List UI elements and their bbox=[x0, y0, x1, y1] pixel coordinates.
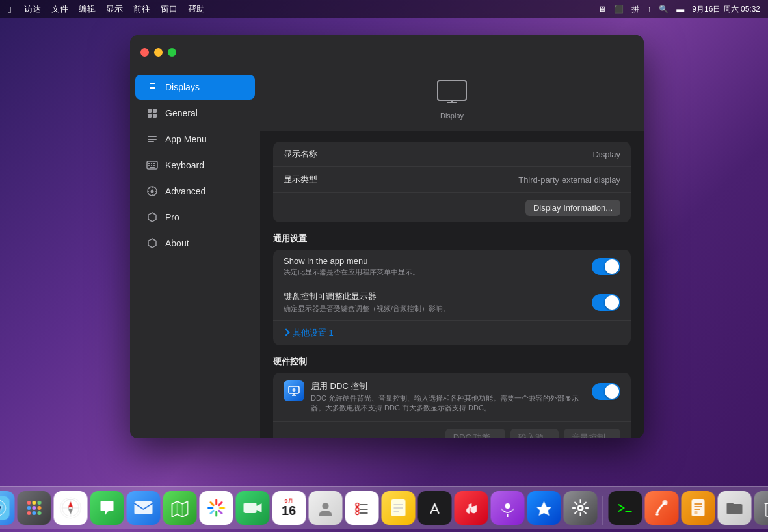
dock-reminders[interactable] bbox=[345, 491, 378, 525]
sidebar-item-keyboard[interactable]: Keyboard bbox=[135, 153, 255, 178]
sidebar-item-general[interactable]: General bbox=[135, 101, 255, 126]
dock-messages[interactable] bbox=[90, 491, 124, 525]
svg-rect-2 bbox=[148, 114, 152, 118]
minimize-button[interactable] bbox=[154, 48, 163, 57]
calendar-date-label: 16 bbox=[282, 503, 296, 518]
svg-point-16 bbox=[151, 190, 154, 193]
dock-calendar[interactable]: 9月 16 bbox=[272, 491, 306, 525]
svg-point-40 bbox=[37, 511, 41, 515]
dock-photos[interactable] bbox=[199, 491, 233, 525]
apple-menu[interactable]:  bbox=[8, 4, 11, 15]
sidebar-label-advanced: Advanced bbox=[165, 186, 205, 196]
displays-icon: 🖥 bbox=[146, 81, 159, 94]
dock-pages[interactable] bbox=[681, 491, 715, 525]
svg-rect-47 bbox=[134, 501, 152, 514]
display-header-label: Display bbox=[440, 112, 464, 120]
more-settings-label: 其他设置 1 bbox=[293, 327, 334, 339]
sidebar: 🖥 Displays General bbox=[130, 69, 260, 438]
svg-point-35 bbox=[27, 506, 31, 510]
menu-bar-grid-icon: 拼 bbox=[631, 4, 639, 15]
dock-facetime[interactable] bbox=[235, 491, 269, 525]
svg-point-39 bbox=[32, 511, 36, 515]
menu-help[interactable]: 帮助 bbox=[188, 3, 205, 15]
close-button[interactable] bbox=[140, 48, 149, 57]
dock-appletv[interactable] bbox=[417, 491, 451, 525]
traffic-lights bbox=[140, 48, 176, 57]
info-row-name: 显示名称 Display bbox=[273, 142, 631, 167]
content-scroll[interactable]: 显示名称 Display 显示类型 Third-party external d… bbox=[260, 131, 644, 438]
svg-rect-75 bbox=[765, 503, 768, 516]
menu-view[interactable]: 显示 bbox=[106, 3, 123, 15]
dock-syspreferences[interactable] bbox=[563, 491, 597, 525]
dock-mail[interactable] bbox=[126, 491, 160, 525]
menu-window[interactable]: 窗口 bbox=[161, 3, 178, 15]
chevron-right-icon bbox=[282, 328, 289, 336]
svg-rect-70 bbox=[691, 499, 704, 516]
show-in-app-menu-toggle[interactable] bbox=[592, 258, 620, 275]
menu-go[interactable]: 前往 bbox=[133, 3, 150, 15]
input-source-button[interactable]: 输入源... bbox=[510, 429, 559, 438]
svg-rect-5 bbox=[148, 139, 157, 140]
dock-divider bbox=[602, 496, 603, 525]
svg-rect-21 bbox=[438, 81, 466, 100]
menu-bar-search-icon[interactable]: 🔍 bbox=[659, 5, 669, 14]
sidebar-item-about[interactable]: About bbox=[135, 231, 255, 256]
dock-screenbrush[interactable] bbox=[644, 491, 678, 525]
menu-bar-airplay-icon: ⬛ bbox=[614, 5, 624, 14]
hardware-section-header: 硬件控制 bbox=[273, 356, 631, 367]
dock-safari[interactable] bbox=[53, 491, 87, 525]
sidebar-item-advanced[interactable]: Advanced bbox=[135, 179, 255, 204]
svg-point-57 bbox=[356, 512, 359, 515]
dock-music[interactable] bbox=[454, 491, 488, 525]
title-bar bbox=[130, 35, 644, 69]
svg-rect-1 bbox=[153, 109, 157, 113]
info-section: 显示名称 Display 显示类型 Third-party external d… bbox=[273, 142, 631, 222]
svg-rect-6 bbox=[148, 141, 154, 142]
svg-rect-12 bbox=[151, 165, 152, 166]
maximize-button[interactable] bbox=[168, 48, 176, 57]
general-section-header: 通用设置 bbox=[273, 233, 631, 245]
volume-control-button[interactable]: 音量控制... bbox=[564, 429, 620, 438]
general-icon bbox=[146, 107, 159, 120]
keyboard-control-row: 键盘控制可调整此显示器 确定显示器是否受键盘调整（视频/音频控制）影响。 bbox=[273, 284, 631, 321]
svg-point-36 bbox=[32, 506, 36, 510]
svg-rect-10 bbox=[153, 163, 155, 164]
dock-podcasts[interactable] bbox=[490, 491, 524, 525]
dock-files[interactable] bbox=[717, 491, 751, 525]
window-body: 🖥 Displays General bbox=[130, 69, 644, 438]
sidebar-item-pro[interactable]: Pro bbox=[135, 205, 255, 230]
dock-launchpad[interactable] bbox=[17, 491, 51, 525]
ddc-row: 启用 DDC 控制 DDC 允许硬件背光、音量控制、输入选择和各种其他功能。需要… bbox=[273, 373, 631, 421]
show-in-app-menu-text: Show in the app menu 决定此显示器是否在应用程序菜单中显示。 bbox=[284, 256, 592, 277]
menu-edit[interactable]: 编辑 bbox=[79, 3, 96, 15]
sidebar-item-displays[interactable]: 🖥 Displays bbox=[135, 75, 255, 100]
dock-notes[interactable] bbox=[381, 491, 415, 525]
menu-bar-display-icon: 🖥 bbox=[598, 5, 606, 14]
dock-maps[interactable] bbox=[163, 491, 196, 525]
keyboard-icon bbox=[146, 159, 159, 172]
display-type-label: 显示类型 bbox=[284, 174, 317, 185]
menu-bar:  访达 文件 编辑 显示 前往 窗口 帮助 🖥 ⬛ 拼 ↑ 🔍 ▬ 9月16日… bbox=[0, 0, 768, 18]
sidebar-label-app-menu: App Menu bbox=[165, 134, 207, 144]
menu-finder[interactable]: 访达 bbox=[24, 3, 41, 15]
keyboard-control-toggle[interactable] bbox=[592, 294, 620, 311]
dock-contacts[interactable] bbox=[308, 491, 342, 525]
svg-rect-0 bbox=[148, 109, 152, 113]
dock-appstore[interactable] bbox=[527, 491, 561, 525]
dock-trash[interactable] bbox=[754, 491, 768, 525]
display-icon-wrap: Display bbox=[436, 79, 468, 120]
svg-point-53 bbox=[356, 503, 359, 507]
more-settings-row[interactable]: 其他设置 1 bbox=[273, 321, 631, 345]
ddc-text: 启用 DDC 控制 DDC 允许硬件背光、音量控制、输入选择和各种其他功能。需要… bbox=[311, 380, 585, 414]
advanced-icon bbox=[146, 185, 159, 198]
dock-finder[interactable] bbox=[0, 491, 14, 525]
display-name-label: 显示名称 bbox=[284, 148, 317, 160]
ddc-toggle[interactable] bbox=[592, 383, 620, 400]
display-info-button[interactable]: Display Information... bbox=[525, 200, 620, 216]
sidebar-label-pro: Pro bbox=[165, 212, 179, 222]
sidebar-item-app-menu[interactable]: App Menu bbox=[135, 127, 255, 152]
dock-terminal[interactable] bbox=[608, 491, 642, 525]
display-type-value: Third-party external display bbox=[518, 175, 620, 185]
menu-file[interactable]: 文件 bbox=[51, 3, 68, 15]
ddc-features-button[interactable]: DDC 功能... bbox=[445, 429, 506, 438]
